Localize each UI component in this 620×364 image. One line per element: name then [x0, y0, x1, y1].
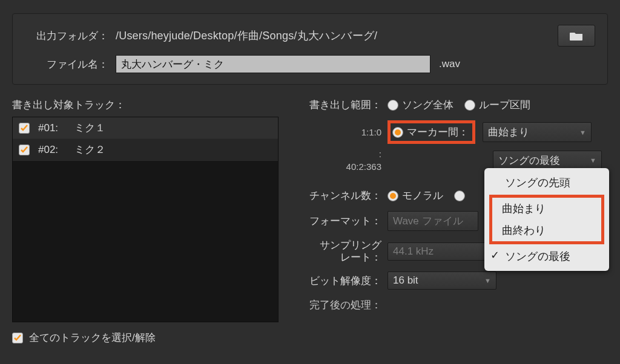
- output-section: 出力フォルダ： /Users/heyjude/Desktop/作曲/Songs/…: [12, 13, 608, 85]
- time-start: 1:1:0: [361, 126, 381, 138]
- file-extension: .wav: [439, 58, 460, 70]
- combo-value: 44.1 kHz: [393, 245, 434, 258]
- radio-icon: [388, 100, 398, 111]
- sampling-combo[interactable]: 44.1 kHz ▼: [388, 242, 496, 261]
- track-id: #01:: [38, 122, 74, 134]
- radio-marker[interactable]: [392, 127, 403, 138]
- track-list: #01: ミク１ #02: ミク２: [12, 117, 279, 322]
- radio-icon: [388, 190, 398, 201]
- track-checkbox[interactable]: [19, 145, 30, 155]
- sampling-label: サンプリング レート：: [279, 239, 388, 263]
- combo-value: ソングの最後: [498, 154, 560, 167]
- radio-stereo[interactable]: [454, 190, 469, 201]
- bitdepth-combo[interactable]: 16 bit ▼: [388, 271, 496, 290]
- format-label: フォーマット：: [279, 214, 388, 228]
- radio-icon: [454, 190, 465, 201]
- output-folder-path: /Users/heyjude/Desktop/作曲/Songs/丸大ハンバーグ/: [116, 28, 377, 43]
- tracks-heading: 書き出し対象トラック：: [12, 98, 279, 112]
- select-all-checkbox[interactable]: [12, 333, 23, 343]
- radio-song-whole[interactable]: ソング全体: [388, 98, 453, 112]
- time-end: 40:2:363: [346, 160, 381, 173]
- radio-mono[interactable]: モノラル: [388, 189, 443, 203]
- filename-label: ファイル名：: [25, 57, 116, 71]
- dropdown-item-song-end[interactable]: ソングの最後: [484, 245, 609, 267]
- time-start-block: 1:1:0: [279, 126, 388, 138]
- track-checkbox[interactable]: [19, 123, 30, 134]
- combo-value: 曲始まり: [488, 125, 529, 139]
- combo-value: 16 bit: [393, 275, 418, 287]
- track-row[interactable]: #02: ミク２: [13, 139, 278, 161]
- select-all-row[interactable]: 全てのトラックを選択/解除: [12, 331, 279, 345]
- combo-value: Wave ファイル: [393, 214, 463, 228]
- sampling-label-2: レート：: [340, 252, 381, 263]
- time-colon: :: [379, 148, 381, 160]
- radio-icon: [464, 100, 475, 111]
- marker-start-combo[interactable]: 曲始まり ▼: [483, 122, 592, 142]
- chevron-down-icon: ▼: [484, 277, 491, 284]
- time-colon-block: : 40:2:363: [279, 148, 388, 173]
- radio-marker-label: マーカー間：: [407, 125, 469, 139]
- postprocess-label: 完了後の処理：: [279, 298, 388, 312]
- marker-end-dropdown: ソングの先頭 曲始まり 曲終わり ソングの最後: [484, 168, 609, 271]
- select-all-label: 全てのトラックを選択/解除: [29, 331, 156, 345]
- range-label: 書き出し範囲：: [279, 98, 388, 112]
- dropdown-item-song-start[interactable]: ソングの先頭: [484, 172, 609, 193]
- marker-end-combo[interactable]: ソングの最後 ▼: [493, 151, 602, 171]
- format-combo[interactable]: Wave ファイル: [388, 211, 478, 231]
- browse-folder-button[interactable]: [558, 25, 595, 47]
- radio-label: モノラル: [402, 189, 443, 203]
- sampling-label-1: サンプリング: [320, 239, 381, 251]
- track-name: ミク１: [74, 121, 105, 135]
- radio-loop[interactable]: ループ区間: [464, 98, 530, 112]
- chevron-down-icon: ▼: [590, 157, 596, 164]
- bitdepth-label: ビット解像度：: [279, 274, 388, 288]
- dropdown-item-marker-end[interactable]: 曲終わり: [492, 219, 601, 241]
- folder-icon: [570, 31, 583, 41]
- output-folder-label: 出力フォルダ：: [25, 29, 116, 43]
- channels-label: チャンネル数：: [279, 189, 388, 203]
- radio-label: ループ区間: [479, 98, 530, 112]
- track-name: ミク２: [74, 143, 105, 157]
- chevron-down-icon: ▼: [579, 129, 586, 136]
- filename-input[interactable]: [116, 55, 430, 73]
- dropdown-highlight: 曲始まり 曲終わり: [489, 195, 604, 244]
- dropdown-item-marker-start[interactable]: 曲始まり: [492, 198, 601, 219]
- track-id: #02:: [38, 144, 74, 156]
- radio-label: ソング全体: [402, 98, 453, 112]
- track-row[interactable]: #01: ミク１: [13, 117, 278, 139]
- radio-marker-highlight: マーカー間：: [388, 120, 475, 144]
